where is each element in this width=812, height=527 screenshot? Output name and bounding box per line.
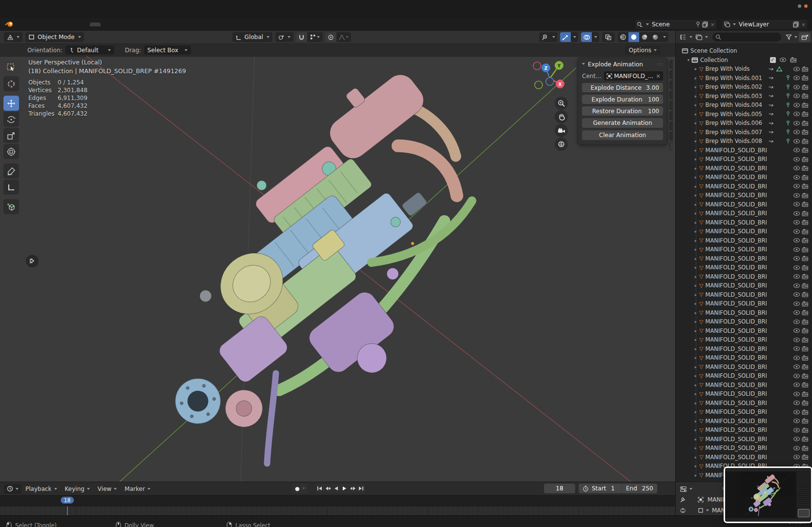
hide-eye-icon[interactable] bbox=[792, 193, 801, 198]
hide-eye-icon[interactable] bbox=[792, 147, 801, 153]
render-camera-icon[interactable] bbox=[801, 157, 810, 162]
topbar-menu[interactable] bbox=[47, 23, 57, 26]
clear-object-icon[interactable]: × bbox=[656, 73, 661, 80]
center-object-field[interactable]: MANIFOLD_... × bbox=[604, 71, 663, 81]
pin-icon[interactable] bbox=[695, 21, 702, 28]
hide-eye-icon[interactable] bbox=[792, 93, 801, 99]
render-camera-icon[interactable] bbox=[801, 337, 810, 343]
start-value[interactable]: 1 bbox=[611, 485, 615, 492]
hide-eye-icon[interactable] bbox=[792, 66, 801, 72]
topbar-menu[interactable] bbox=[37, 23, 47, 26]
sidebar-tab[interactable] bbox=[669, 91, 673, 100]
filter-id-type-dropdown[interactable] bbox=[694, 32, 709, 42]
hide-eye-icon[interactable] bbox=[792, 211, 801, 216]
render-camera-icon[interactable] bbox=[801, 265, 810, 270]
render-camera-icon[interactable] bbox=[801, 436, 810, 442]
drag-dropdown[interactable]: Select Box bbox=[144, 45, 191, 55]
workspace-tab[interactable] bbox=[90, 22, 101, 26]
timeline-menu[interactable]: Playback bbox=[21, 484, 61, 494]
timeline-menu[interactable]: Marker bbox=[121, 484, 154, 494]
perspective-toggle-button[interactable] bbox=[555, 138, 568, 151]
timeline-editor-type-button[interactable] bbox=[4, 484, 21, 494]
hide-eye-icon[interactable] bbox=[792, 220, 801, 225]
viewlayer-selector[interactable]: ViewLayer × bbox=[721, 19, 808, 30]
hide-eye-icon[interactable] bbox=[792, 310, 801, 315]
orientation-gizmo[interactable]: Z Y X bbox=[531, 60, 568, 97]
hide-eye-icon[interactable] bbox=[792, 301, 801, 306]
number-field[interactable]: Explode Duration100 bbox=[582, 95, 663, 104]
viewport-menu[interactable] bbox=[94, 36, 102, 39]
select-box-tool[interactable] bbox=[3, 60, 19, 75]
editor-type-button[interactable] bbox=[4, 32, 22, 42]
hide-eye-icon[interactable] bbox=[792, 292, 801, 297]
transform-orientation-dropdown[interactable]: Global bbox=[232, 32, 272, 42]
hide-eye-icon[interactable] bbox=[792, 436, 801, 442]
options-dropdown[interactable]: Options bbox=[625, 45, 661, 55]
copy-scene-icon[interactable] bbox=[702, 21, 708, 28]
mode-dropdown[interactable]: Object Mode bbox=[25, 32, 84, 42]
printer-tab-icon[interactable] bbox=[680, 507, 686, 513]
workspace-tab[interactable] bbox=[176, 22, 187, 26]
snap-settings-dropdown[interactable] bbox=[307, 32, 323, 42]
tool-tab-icon[interactable] bbox=[680, 497, 686, 503]
render-camera-icon[interactable] bbox=[801, 328, 810, 333]
panel-button[interactable]: Clear Animation bbox=[582, 130, 663, 140]
move-tool[interactable] bbox=[3, 96, 19, 111]
render-camera-icon[interactable] bbox=[801, 355, 810, 361]
new-collection-button[interactable] bbox=[799, 32, 811, 42]
hide-eye-icon[interactable] bbox=[792, 328, 801, 333]
render-camera-icon[interactable] bbox=[801, 220, 810, 225]
render-camera-icon[interactable] bbox=[801, 427, 810, 433]
cursor-tool[interactable] bbox=[3, 76, 19, 91]
remove-viewlayer-icon[interactable]: × bbox=[801, 21, 806, 28]
render-camera-icon[interactable] bbox=[801, 256, 810, 261]
next-keyframe-button[interactable] bbox=[349, 484, 357, 493]
viewport-menu[interactable] bbox=[109, 36, 117, 39]
expand-icon[interactable]: ▸ bbox=[693, 66, 698, 71]
outliner-object-row[interactable]: ▸ ▽ Brep With Voids ↝ bbox=[676, 64, 812, 74]
workspace-tab[interactable] bbox=[197, 22, 208, 26]
render-camera-icon[interactable] bbox=[801, 75, 810, 81]
hide-eye-icon[interactable] bbox=[792, 84, 801, 90]
add-cube-tool[interactable] bbox=[3, 199, 19, 214]
sidebar-tab[interactable] bbox=[669, 111, 673, 120]
snap-toggle[interactable] bbox=[296, 32, 307, 42]
shading-wireframe-button[interactable] bbox=[618, 32, 628, 42]
hide-eye-icon[interactable] bbox=[792, 319, 801, 324]
topbar-menu[interactable] bbox=[18, 23, 27, 26]
play-reverse-button[interactable] bbox=[332, 484, 340, 493]
render-camera-icon[interactable] bbox=[801, 229, 810, 234]
topbar-menu[interactable] bbox=[66, 23, 76, 26]
hide-eye-icon[interactable] bbox=[792, 183, 801, 189]
hide-eye-icon[interactable] bbox=[792, 102, 801, 108]
render-camera-icon[interactable] bbox=[801, 310, 810, 315]
hide-eye-icon[interactable] bbox=[792, 111, 801, 117]
render-camera-icon[interactable] bbox=[801, 247, 810, 252]
unlink-scene-icon[interactable]: × bbox=[710, 21, 715, 28]
annotate-tool[interactable] bbox=[3, 163, 19, 179]
timeline-track[interactable] bbox=[0, 507, 675, 516]
render-camera-icon[interactable] bbox=[801, 454, 810, 460]
jump-to-start-button[interactable] bbox=[315, 484, 324, 493]
render-camera-icon[interactable] bbox=[801, 373, 810, 379]
pan-button[interactable] bbox=[555, 110, 568, 123]
render-camera-icon[interactable] bbox=[801, 193, 810, 198]
hide-eye-icon[interactable] bbox=[792, 157, 801, 162]
pivot-point-dropdown[interactable] bbox=[275, 32, 293, 42]
render-camera-icon[interactable] bbox=[801, 102, 810, 108]
proportional-falloff-dropdown[interactable] bbox=[336, 32, 351, 42]
workspace-tab[interactable] bbox=[111, 22, 122, 26]
viewport-menu[interactable] bbox=[86, 36, 94, 39]
render-camera-icon[interactable] bbox=[801, 66, 810, 72]
render-camera-icon[interactable] bbox=[801, 319, 810, 324]
hide-eye-icon[interactable] bbox=[792, 446, 801, 451]
hide-eye-icon[interactable] bbox=[792, 247, 801, 252]
hide-eye-icon[interactable] bbox=[792, 274, 801, 279]
hide-eye-icon[interactable] bbox=[792, 283, 801, 288]
filter-dropdown[interactable] bbox=[784, 32, 799, 42]
sidebar-tab[interactable] bbox=[669, 101, 673, 110]
hide-eye-icon[interactable] bbox=[792, 454, 801, 460]
hide-eye-icon[interactable] bbox=[792, 373, 801, 379]
render-camera-icon[interactable] bbox=[801, 274, 810, 279]
hide-eye-icon[interactable] bbox=[792, 165, 801, 171]
